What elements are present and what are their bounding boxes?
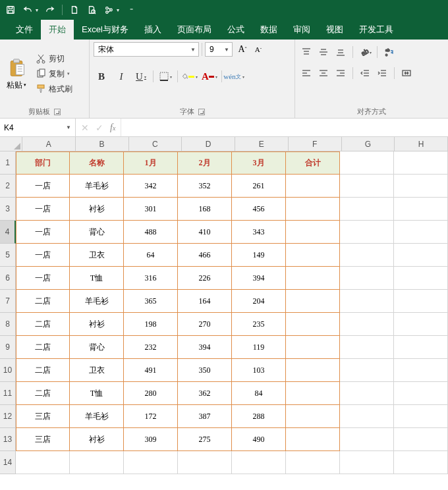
cell-A10[interactable]: 二店 (16, 359, 70, 382)
cell-C7[interactable]: 365 (124, 290, 178, 313)
tab-9[interactable]: 开发工具 (351, 20, 401, 40)
phonetic-button[interactable]: wén文▾ (226, 68, 242, 84)
cell-H4[interactable] (394, 221, 448, 244)
cell-E10[interactable]: 103 (232, 359, 286, 382)
cell-C4[interactable]: 488 (124, 221, 178, 244)
cell-D6[interactable]: 226 (178, 267, 232, 290)
cell-C11[interactable]: 280 (124, 382, 178, 405)
cell-F13[interactable] (286, 428, 340, 451)
cell-D9[interactable]: 394 (178, 336, 232, 359)
cell-E4[interactable]: 343 (232, 221, 286, 244)
cell-D3[interactable]: 168 (178, 198, 232, 221)
cell-H13[interactable] (394, 428, 448, 451)
copy-button[interactable]: 复制▾ (33, 67, 75, 81)
cell-B5[interactable]: 卫衣 (70, 244, 124, 267)
cell-A1[interactable]: 部门 (16, 151, 70, 175)
cell-B8[interactable]: 衬衫 (70, 313, 124, 336)
cell-C3[interactable]: 301 (124, 198, 178, 221)
cell-F12[interactable] (286, 405, 340, 428)
cell-F4[interactable] (286, 221, 340, 244)
border-button[interactable]: ▾ (157, 68, 173, 84)
increase-indent-button[interactable] (375, 66, 389, 80)
tab-3[interactable]: 插入 (136, 20, 169, 40)
cell-F3[interactable] (286, 198, 340, 221)
cell-F8[interactable] (286, 313, 340, 336)
cell-G2[interactable] (340, 175, 394, 198)
col-header-G[interactable]: G (342, 137, 395, 151)
enter-formula-icon[interactable]: ✓ (96, 122, 103, 133)
cell-D2[interactable]: 352 (178, 175, 232, 198)
cell-B1[interactable]: 名称 (70, 151, 124, 175)
cell-H8[interactable] (394, 313, 448, 336)
col-header-E[interactable]: E (235, 137, 289, 151)
new-file-icon[interactable] (69, 5, 80, 15)
cell-G14[interactable] (340, 451, 394, 474)
cell-A6[interactable]: 一店 (16, 267, 70, 290)
cell-C14[interactable] (124, 451, 178, 474)
cell-F10[interactable] (286, 359, 340, 382)
name-box[interactable]: K4▼ (0, 119, 76, 136)
align-middle-button[interactable] (316, 45, 331, 59)
cell-D1[interactable]: 2月 (178, 151, 232, 175)
undo-dropdown-icon[interactable]: ▾ (36, 7, 38, 13)
wrap-text-button[interactable]: abc (382, 45, 397, 59)
cell-C13[interactable]: 309 (124, 428, 178, 451)
cell-F6[interactable] (286, 267, 340, 290)
cell-B13[interactable]: 衬衫 (70, 428, 124, 451)
fill-color-button[interactable]: ▾ (182, 68, 198, 84)
cell-H6[interactable] (394, 267, 448, 290)
col-header-C[interactable]: C (129, 137, 182, 151)
col-header-H[interactable]: H (395, 137, 448, 151)
tab-5[interactable]: 公式 (219, 20, 252, 40)
redo-icon[interactable] (45, 5, 55, 15)
cell-D12[interactable]: 387 (178, 405, 232, 428)
share-icon[interactable] (103, 5, 114, 15)
tab-8[interactable]: 视图 (318, 20, 351, 40)
cell-G3[interactable] (340, 198, 394, 221)
clipboard-dialog-launcher[interactable] (54, 109, 61, 115)
col-header-D[interactable]: D (182, 137, 235, 151)
cell-B14[interactable] (70, 451, 124, 474)
cell-C9[interactable]: 232 (124, 336, 178, 359)
cell-C2[interactable]: 342 (124, 175, 178, 198)
cancel-formula-icon[interactable]: ✕ (81, 122, 89, 133)
cell-grid[interactable]: 部门名称1月2月3月合计一店羊毛衫342352261一店衬衫301168456一… (16, 151, 448, 474)
share-dropdown-icon[interactable]: ▾ (117, 7, 119, 13)
cell-G1[interactable] (340, 151, 394, 175)
row-header-13[interactable]: 13 (0, 428, 16, 451)
cell-H10[interactable] (394, 359, 448, 382)
cell-E13[interactable]: 490 (232, 428, 286, 451)
cell-F2[interactable] (286, 175, 340, 198)
cell-A5[interactable]: 一店 (16, 244, 70, 267)
cell-H5[interactable] (394, 244, 448, 267)
cell-G4[interactable] (340, 221, 394, 244)
row-header-14[interactable]: 14 (0, 451, 16, 474)
save-icon[interactable] (5, 5, 16, 15)
cell-H2[interactable] (394, 175, 448, 198)
cell-G13[interactable] (340, 428, 394, 451)
tab-4[interactable]: 页面布局 (169, 20, 219, 40)
cell-E11[interactable]: 84 (232, 382, 286, 405)
cell-D11[interactable]: 362 (178, 382, 232, 405)
cell-G6[interactable] (340, 267, 394, 290)
col-header-A[interactable]: A (22, 137, 76, 151)
cell-H3[interactable] (394, 198, 448, 221)
cell-F5[interactable] (286, 244, 340, 267)
cell-E14[interactable] (232, 451, 286, 474)
formula-input[interactable] (121, 119, 448, 136)
cell-G9[interactable] (340, 336, 394, 359)
cell-E12[interactable]: 288 (232, 405, 286, 428)
tab-2[interactable]: Excel与财务 (74, 20, 136, 40)
undo-icon[interactable] (22, 5, 33, 15)
cell-A14[interactable] (16, 451, 70, 474)
cell-A4[interactable]: 一店 (16, 221, 70, 244)
cell-B3[interactable]: 衬衫 (70, 198, 124, 221)
underline-button[interactable]: U▾ (133, 68, 149, 84)
cell-B6[interactable]: T恤 (70, 267, 124, 290)
cell-H11[interactable] (394, 382, 448, 405)
cell-D4[interactable]: 410 (178, 221, 232, 244)
cell-F14[interactable] (286, 451, 340, 474)
row-header-1[interactable]: 1 (0, 151, 16, 175)
qat-customize-icon[interactable]: ⁼ (126, 5, 136, 15)
align-top-button[interactable] (299, 45, 314, 59)
